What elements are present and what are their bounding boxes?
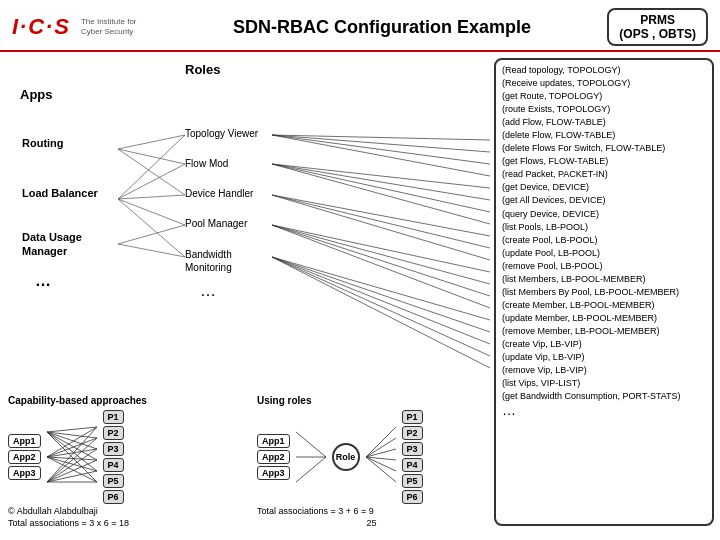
permission-item: (delete Flow, FLOW-TABLE) [502, 129, 706, 142]
role-flow-mod: Flow Mod [185, 158, 228, 169]
svg-line-30 [47, 427, 97, 432]
institute-text: The Institute for Cyber Security [81, 17, 137, 36]
capability-title: Capability-based approaches [8, 395, 237, 406]
svg-line-51 [366, 427, 396, 457]
prms-box: PRMS (OPS , OBTS) [607, 8, 708, 46]
using-roles-title: Using roles [257, 395, 486, 406]
svg-line-17 [272, 164, 490, 224]
bottom-section: Capability-based approaches App1 App2 Ap… [0, 391, 494, 532]
svg-line-28 [272, 257, 490, 356]
permission-item: (list Vips, VIP-LIST) [502, 377, 706, 390]
permissions-list: (Read topology, TOPOLOGY)(Receive update… [502, 64, 706, 417]
roles-total: Total associations = 3 + 6 = 9 [257, 506, 486, 516]
svg-line-37 [47, 438, 97, 457]
svg-line-5 [118, 195, 185, 199]
permission-item: (update Member, LB-POOL-MEMBER) [502, 312, 706, 325]
svg-line-43 [47, 438, 97, 482]
svg-line-31 [47, 432, 97, 438]
page-number: 25 [257, 518, 486, 528]
permission-item: (Receive updates, TOPOLOGY) [502, 77, 706, 90]
permission-item: (route Exists, TOPOLOGY) [502, 103, 706, 116]
permission-item: (add Flow, FLOW-TABLE) [502, 116, 706, 129]
permission-item: (remove Pool, LB-POOL) [502, 260, 706, 273]
permission-item: (list Pools, LB-POOL) [502, 221, 706, 234]
role-topology-viewer: Topology Viewer [185, 128, 258, 139]
svg-line-27 [272, 257, 490, 344]
roles-p3: P3 [402, 442, 423, 456]
page-title: SDN-RBAC Configuration Example [157, 17, 608, 38]
svg-line-41 [47, 457, 97, 482]
permission-item: (delete Flows For Switch, FLOW-TABLE) [502, 142, 706, 155]
svg-line-6 [118, 199, 185, 225]
permissions-panel: (Read topology, TOPOLOGY)(Receive update… [494, 58, 714, 526]
role-app2: App2 [257, 450, 290, 464]
roles-apps-col: App1 App2 App3 [257, 434, 290, 480]
svg-line-36 [47, 427, 97, 457]
svg-line-50 [296, 457, 326, 482]
main-content: Roles Apps Routing Load Balancer Data Us… [0, 52, 720, 532]
svg-line-10 [272, 135, 490, 140]
svg-line-26 [272, 257, 490, 332]
permission-item: (update Vip, LB-VIP) [502, 351, 706, 364]
cap-p5: P5 [103, 474, 124, 488]
cap-p6: P6 [103, 490, 124, 504]
logo: I·C·S [12, 14, 71, 40]
permission-item: (read Packet, PACKET-IN) [502, 168, 706, 181]
permission-item: (create Pool, LB-POOL) [502, 234, 706, 247]
roles-right-lines [366, 422, 396, 492]
header: I·C·S The Institute for Cyber Security S… [0, 0, 720, 52]
roles-section-label: Roles [185, 62, 220, 77]
svg-line-38 [47, 449, 97, 457]
permission-item: (list Members, LB-POOL-MEMBER) [502, 273, 706, 286]
cap-p2: P2 [103, 426, 124, 440]
apps-section-label: Apps [20, 87, 53, 102]
app-more: … [35, 272, 51, 290]
svg-line-21 [272, 225, 490, 272]
role-more: … [200, 282, 216, 300]
permission-item: (get Device, DEVICE) [502, 181, 706, 194]
capability-total: Total associations = 3 x 6 = 18 [8, 518, 237, 528]
svg-line-35 [47, 432, 97, 482]
svg-line-15 [272, 164, 490, 200]
svg-line-25 [272, 257, 490, 320]
svg-line-18 [272, 195, 490, 236]
permission-item: (create Vip, LB-VIP) [502, 338, 706, 351]
permission-item: (query Device, DEVICE) [502, 208, 706, 221]
svg-line-42 [47, 427, 97, 482]
permission-item: (remove Vip, LB-VIP) [502, 364, 706, 377]
svg-line-20 [272, 195, 490, 260]
svg-line-52 [366, 438, 396, 457]
cap-app1: App1 [8, 434, 41, 448]
permission-item: … [502, 403, 706, 417]
using-roles-section: Using roles App1 App2 App3 Rol [257, 395, 486, 528]
permission-item: (create Member, LB-POOL-MEMBER) [502, 299, 706, 312]
roles-p2: P2 [402, 426, 423, 440]
svg-line-14 [272, 164, 490, 188]
permission-item: (get Bandwidth Consumption, PORT-STATS) [502, 390, 706, 403]
svg-line-23 [272, 225, 490, 296]
capability-credit: © Abdullah Alabdulbaji [8, 506, 237, 516]
app-data-usage-manager: Data UsageManager [22, 230, 82, 259]
cap-p4: P4 [103, 458, 124, 472]
svg-line-3 [118, 135, 185, 199]
svg-line-48 [296, 432, 326, 457]
roles-p1: P1 [402, 410, 423, 424]
cap-app2: App2 [8, 450, 41, 464]
capability-diagram: App1 App2 App3 [8, 410, 237, 504]
role-pool-manager: Pool Manager [185, 218, 247, 229]
svg-line-32 [47, 432, 97, 449]
permission-item: (get Flows, FLOW-TABLE) [502, 155, 706, 168]
role-bandwidth-monitoring: BandwidthMonitoring [185, 248, 232, 274]
role-app3: App3 [257, 466, 290, 480]
svg-line-11 [272, 135, 490, 152]
roles-left-lines [296, 422, 326, 492]
roles-p4: P4 [402, 458, 423, 472]
permission-item: (get All Devices, DEVICE) [502, 194, 706, 207]
svg-line-0 [118, 135, 185, 149]
svg-line-29 [272, 257, 490, 368]
svg-line-16 [272, 164, 490, 212]
capability-perms-col: P1 P2 P3 P4 P5 P6 [103, 410, 124, 504]
roles-p5: P5 [402, 474, 423, 488]
svg-line-46 [47, 471, 97, 482]
role-circle: Role [332, 443, 360, 471]
